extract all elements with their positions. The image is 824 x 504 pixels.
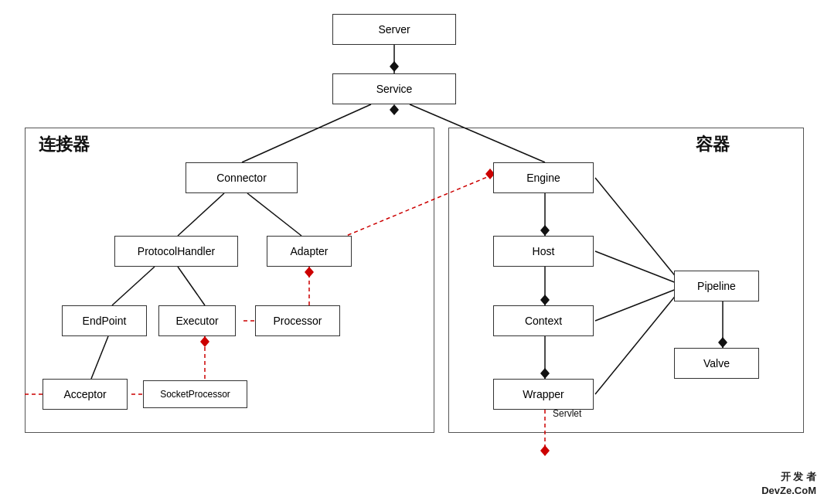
socketprocessor-box: SocketProcessor: [143, 380, 247, 408]
connector-region-label: 连接器: [39, 133, 90, 156]
servlet-label: Servlet: [553, 408, 581, 419]
connector-box: Connector: [186, 162, 298, 193]
host-box: Host: [493, 236, 594, 267]
adapter-box: Adapter: [267, 236, 352, 267]
endpoint-box: EndPoint: [62, 305, 147, 336]
pipeline-box: Pipeline: [674, 271, 759, 301]
watermark-line1: 开 发 者: [761, 470, 816, 484]
protocolhandler-box: ProtocolHandler: [114, 236, 238, 267]
svg-marker-39: [540, 445, 550, 456]
executor-box: Executor: [158, 305, 236, 336]
engine-box: Engine: [493, 162, 594, 193]
svg-marker-1: [390, 61, 399, 72]
wrapper-box: Wrapper: [493, 379, 594, 410]
watermark-line2: DevZe.CoM: [761, 484, 816, 498]
processor-box: Processor: [255, 305, 340, 336]
server-box: Server: [332, 14, 456, 45]
acceptor-box: Acceptor: [43, 379, 128, 410]
context-box: Context: [493, 305, 594, 336]
svg-marker-5: [390, 104, 399, 115]
container-region-label: 容器: [696, 133, 730, 156]
valve-box: Valve: [674, 348, 759, 379]
watermark: 开 发 者 DevZe.CoM: [761, 470, 816, 498]
service-box: Service: [332, 73, 456, 104]
diagram-container: 连接器 容器: [0, 0, 824, 504]
